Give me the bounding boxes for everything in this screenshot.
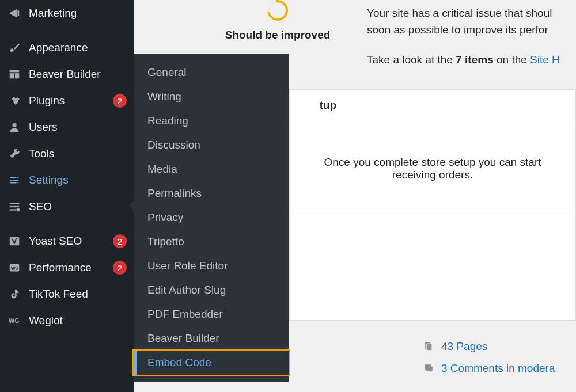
panel-header: xxxtup: [290, 90, 575, 121]
sidebar-item-label: Plugins: [29, 94, 109, 107]
tiktok-icon: [7, 287, 22, 302]
sidebar-item-label: SEO: [29, 200, 127, 213]
sidebar-item-label: Marketing: [29, 7, 127, 20]
svg-rect-0: [10, 70, 20, 73]
svg-rect-13: [427, 344, 432, 351]
svg-point-7: [17, 209, 20, 211]
stat-comments[interactable]: 3 Comments in modera: [422, 361, 555, 375]
sidebar-item-label: Settings: [29, 174, 127, 187]
sidebar-item-label: Performance: [29, 261, 109, 274]
sidebar-item-label: Weglot: [29, 314, 127, 327]
sidebar-item-label: TikTok Feed: [29, 288, 127, 300]
at-a-glance-stats: 43 Pages 3 Comments in modera: [422, 340, 555, 383]
lines-icon: [7, 199, 22, 214]
dashboard-content: Should be improved Your site has a criti…: [134, 0, 576, 392]
site-health-link[interactable]: Site H: [530, 54, 560, 66]
sidebar-item-label: Users: [29, 121, 127, 134]
svg-rect-1: [10, 73, 14, 78]
sidebar-item-appearance[interactable]: Appearance: [0, 35, 134, 61]
sidebar-item-yoast[interactable]: Yoast SEO 2: [0, 228, 134, 254]
sidebar-item-weglot[interactable]: WG Weglot: [0, 307, 134, 334]
admin-sidebar: Marketing Appearance Beaver Builder Plug…: [0, 0, 134, 392]
sidebar-item-settings[interactable]: Settings: [0, 167, 134, 193]
panel-body: Once you complete store setup you can st…: [290, 121, 575, 216]
weglot-icon: WG: [7, 313, 22, 328]
yoast-icon: [7, 234, 22, 249]
brush-icon: [7, 40, 22, 55]
health-status-label: Should be improved: [174, 29, 381, 41]
user-icon: [7, 120, 22, 135]
site-health-widget: Should be improved: [174, 0, 381, 41]
update-badge: 2: [113, 261, 127, 275]
sidebar-item-tiktok[interactable]: TikTok Feed: [0, 281, 134, 307]
plug-icon: [7, 93, 22, 108]
update-badge: 2: [113, 234, 127, 248]
sidebar-item-plugins[interactable]: Plugins 2: [0, 87, 134, 114]
sidebar-item-label: Tools: [29, 147, 127, 160]
update-badge: 2: [113, 94, 127, 108]
svg-point-3: [12, 123, 16, 127]
wrench-icon: [7, 146, 22, 161]
svg-rect-2: [15, 73, 19, 78]
megaphone-icon: [7, 6, 22, 21]
health-progress-icon: [263, 0, 292, 25]
sidebar-item-marketing[interactable]: Marketing: [0, 0, 134, 26]
stat-pages[interactable]: 43 Pages: [422, 340, 555, 353]
store-setup-panel: xxxtup Once you complete store setup you…: [289, 89, 576, 321]
sidebar-item-label: Beaver Builder: [29, 68, 127, 81]
sidebar-item-seo[interactable]: SEO: [0, 193, 134, 220]
layout-icon: [7, 67, 22, 82]
pages-icon: [422, 340, 435, 353]
sidebar-item-performance[interactable]: W3 Performance 2: [0, 254, 134, 281]
sidebar-item-tools[interactable]: Tools: [0, 140, 134, 167]
w3tc-icon: W3: [7, 260, 22, 275]
sidebar-item-label: Appearance: [29, 41, 127, 54]
svg-text:WG: WG: [9, 317, 20, 324]
site-health-text: Your site has a critical issue that shou…: [367, 5, 576, 68]
sidebar-item-users[interactable]: Users: [0, 114, 134, 140]
comments-icon: [422, 361, 435, 375]
sliders-icon: [7, 173, 22, 188]
sidebar-item-beaver-builder[interactable]: Beaver Builder: [0, 61, 134, 87]
sidebar-item-label: Yoast SEO: [29, 235, 109, 248]
svg-text:W3: W3: [11, 266, 18, 271]
